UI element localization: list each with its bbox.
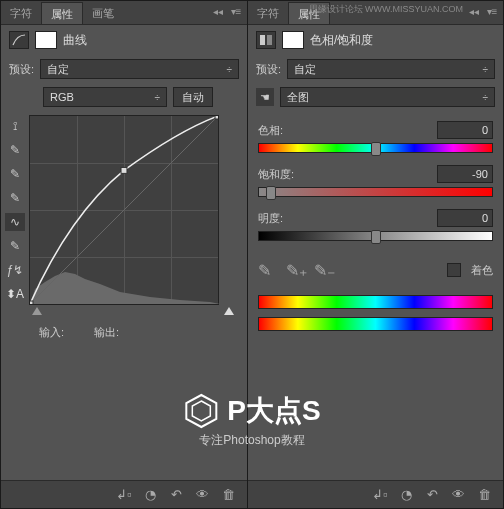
bottom-bar: ↲▫ ◔ ↶ 👁 🗑	[1, 480, 247, 508]
hue-sat-icon	[256, 31, 276, 49]
adjustment-header: 色相/饱和度	[248, 25, 503, 55]
channel-row: RGB 自动	[1, 83, 247, 111]
output-label: 输出:	[94, 325, 119, 340]
svg-rect-4	[260, 35, 265, 45]
clip-layer-icon[interactable]: ↲▫	[371, 486, 389, 504]
tab-bar: 字符 属性 画笔 ◂◂ ▾≡	[1, 1, 247, 25]
trash-icon[interactable]: 🗑	[219, 486, 237, 504]
curve-graph[interactable]	[29, 115, 219, 305]
sat-value[interactable]	[437, 165, 493, 183]
curve-area	[29, 111, 247, 321]
sliders-body: 色相: 饱和度: 明度: ✎	[248, 111, 503, 343]
menu-icon[interactable]: ▾≡	[229, 4, 243, 18]
svg-rect-1	[30, 301, 33, 304]
colorize-label: 着色	[471, 263, 493, 278]
top-watermark: 思缘设计论坛 WWW.MISSYUAN.COM	[309, 3, 464, 16]
clip-layer-icon[interactable]: ↲▫	[115, 486, 133, 504]
io-row: 输入: 输出:	[1, 321, 247, 344]
tab-brush[interactable]: 画笔	[83, 2, 123, 24]
eyedropper-sub-icon[interactable]: ✎₋	[314, 261, 332, 279]
trash-icon[interactable]: 🗑	[475, 486, 493, 504]
curves-icon	[9, 31, 29, 49]
preset-select[interactable]: 自定	[287, 59, 495, 79]
light-track[interactable]	[258, 231, 493, 241]
collapse-icon[interactable]: ◂◂	[467, 4, 481, 18]
pencil-icon[interactable]: ✎	[5, 237, 25, 255]
white-point-handle[interactable]	[224, 307, 234, 315]
hue-slider-group: 色相:	[258, 121, 493, 153]
svg-rect-3	[215, 116, 218, 119]
tab-properties[interactable]: 属性	[41, 2, 83, 24]
light-label: 明度:	[258, 211, 283, 226]
curves-panel: 字符 属性 画笔 ◂◂ ▾≡ 曲线 预设: 自定 RGB 自动 ⟟ ✎ ✎ ✎ …	[0, 0, 248, 509]
bottom-bar: ↲▫ ◔ ↶ 👁 🗑	[248, 480, 503, 508]
eyedropper-add-icon[interactable]: ✎₊	[286, 261, 304, 279]
eyedropper-black-icon[interactable]: ✎	[5, 141, 25, 159]
eyedropper-icon[interactable]: ✎	[258, 261, 276, 279]
preset-select[interactable]: 自定	[40, 59, 239, 79]
input-handles	[29, 305, 237, 317]
menu-icon[interactable]: ▾≡	[485, 4, 499, 18]
curve-point-icon[interactable]: ∿	[5, 213, 25, 231]
colorize-checkbox[interactable]	[447, 263, 461, 277]
range-row: ☚ 全图	[248, 83, 503, 111]
preset-row: 预设: 自定	[1, 55, 247, 83]
view-previous-icon[interactable]: ◔	[397, 486, 415, 504]
view-previous-icon[interactable]: ◔	[141, 486, 159, 504]
curve-line	[30, 116, 218, 304]
clip-icon[interactable]: ⬍А	[5, 285, 25, 303]
tab-character[interactable]: 字符	[248, 2, 288, 24]
auto-button[interactable]: 自动	[173, 87, 213, 107]
channel-select[interactable]: RGB	[43, 87, 167, 107]
preset-label: 预设:	[9, 62, 34, 77]
smooth-icon[interactable]: ƒ↯	[5, 261, 25, 279]
input-label: 输入:	[39, 325, 64, 340]
eyedropper-white-icon[interactable]: ✎	[5, 189, 25, 207]
curves-main: ⟟ ✎ ✎ ✎ ∿ ✎ ƒ↯ ⬍А	[1, 111, 247, 321]
tool-column: ⟟ ✎ ✎ ✎ ∿ ✎ ƒ↯ ⬍А	[1, 111, 29, 321]
visibility-icon[interactable]: 👁	[193, 486, 211, 504]
range-select[interactable]: 全图	[280, 87, 495, 107]
preset-label: 预设:	[256, 62, 281, 77]
svg-rect-5	[267, 35, 272, 45]
eyedropper-row: ✎ ✎₊ ✎₋ 着色	[258, 253, 493, 287]
collapse-icon[interactable]: ◂◂	[211, 4, 225, 18]
target-adjust-icon[interactable]: ⟟	[5, 117, 25, 135]
reset-icon[interactable]: ↶	[167, 486, 185, 504]
hue-label: 色相:	[258, 123, 283, 138]
tab-character[interactable]: 字符	[1, 2, 41, 24]
light-slider-group: 明度:	[258, 209, 493, 241]
sat-thumb[interactable]	[266, 186, 276, 200]
svg-line-0	[30, 116, 218, 304]
sat-label: 饱和度:	[258, 167, 294, 182]
mask-thumb[interactable]	[282, 31, 304, 49]
hue-range-bar-bottom[interactable]	[258, 317, 493, 331]
sat-track[interactable]	[258, 187, 493, 197]
hue-thumb[interactable]	[371, 142, 381, 156]
mask-thumb[interactable]	[35, 31, 57, 49]
hue-sat-panel: 思缘设计论坛 WWW.MISSYUAN.COM 字符 属性 ◂◂ ▾≡ 色相/饱…	[248, 0, 504, 509]
adjustment-title: 曲线	[63, 32, 87, 49]
eyedropper-gray-icon[interactable]: ✎	[5, 165, 25, 183]
adjustment-header: 曲线	[1, 25, 247, 55]
black-point-handle[interactable]	[32, 307, 42, 315]
preset-row: 预设: 自定	[248, 55, 503, 83]
hue-range-bar-top[interactable]	[258, 295, 493, 309]
hue-value[interactable]	[437, 121, 493, 139]
target-adjust-icon[interactable]: ☚	[256, 88, 274, 106]
visibility-icon[interactable]: 👁	[449, 486, 467, 504]
light-thumb[interactable]	[371, 230, 381, 244]
hue-track[interactable]	[258, 143, 493, 153]
adjustment-title: 色相/饱和度	[310, 32, 373, 49]
reset-icon[interactable]: ↶	[423, 486, 441, 504]
sat-slider-group: 饱和度:	[258, 165, 493, 197]
svg-rect-2	[121, 167, 127, 173]
light-value[interactable]	[437, 209, 493, 227]
